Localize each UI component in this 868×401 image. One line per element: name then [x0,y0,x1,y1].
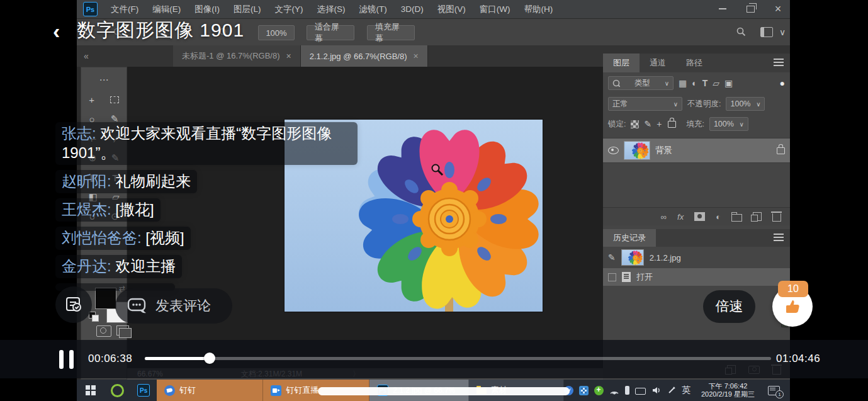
history-entry-file[interactable]: ✎ 2.1.2.jpg [603,247,790,268]
home-indicator[interactable] [318,387,570,395]
window-close-icon[interactable]: × [770,3,786,15]
notification-badge: 1 [775,390,784,398]
tab-channels[interactable]: 通道 [640,54,676,72]
lock-pixels-icon[interactable]: ✎ [644,119,651,129]
layer-filter-select[interactable]: 类型 ∨ [608,76,674,90]
screen-mode-icon[interactable] [116,325,129,336]
layer-style-icon[interactable]: fx [677,212,684,222]
menu-select[interactable]: 选择(S) [310,0,352,19]
history-entry-open[interactable]: 打开 [603,268,790,286]
panel-menu-icon[interactable] [774,59,784,60]
chat-text: 欢迎主播 [115,257,176,274]
display-device-icon[interactable] [635,388,646,395]
menu-layer[interactable]: 图层(L) [227,0,268,19]
menu-image[interactable]: 图像(I) [188,0,227,19]
comment-bubble-icon [127,296,148,316]
search-icon[interactable] [736,27,746,37]
menu-edit[interactable]: 编辑(E) [145,0,188,19]
link-layers-icon[interactable]: ∞ [661,212,667,222]
add-mask-icon[interactable] [694,212,705,221]
history-brush-source-icon[interactable]: ✎ [608,252,616,263]
fit-screen-button[interactable]: 适合屏幕 [307,25,354,40]
notification-center-icon[interactable]: 1 [768,386,780,395]
network-icon[interactable] [609,386,619,395]
filter-adjustment-icon[interactable]: ◐ [692,78,697,88]
checkin-button[interactable] [55,286,92,323]
tab-paths[interactable]: 路径 [676,54,713,72]
clock-time: 下午 7:06:42 [701,382,755,390]
filter-type-icon[interactable]: T [702,78,708,88]
lock-all-icon[interactable] [668,121,676,128]
menu-view[interactable]: 视图(V) [431,0,473,19]
photoshop-logo-icon: Ps [83,2,98,16]
live-title: 数字图形图像 1901 [77,18,244,43]
menu-3d[interactable]: 3D(D) [394,0,431,19]
zoom-100-button[interactable]: 100% [258,25,295,40]
ellipsis-icon[interactable]: ⋯ [99,74,109,86]
chat-username: 赵昕阳: [62,172,111,189]
layer-visibility-icon[interactable] [608,147,619,154]
tab-history[interactable]: 历史记录 [603,229,656,247]
window-minimize-icon[interactable] [714,3,731,15]
ps-menubar: Ps 文件(F) 编辑(E) 图像(I) 图层(L) 文字(Y) 选择(S) 滤… [77,0,790,19]
taskbar-dingtalk[interactable]: 钉钉 [157,380,263,401]
filter-shape-icon[interactable]: ▱ [713,78,719,88]
document-tab-untitled[interactable]: 未标题-1 @ 16.7%(RGB/8) × [173,45,301,67]
menu-type[interactable]: 文字(Y) [268,0,310,19]
history-menu-icon[interactable] [774,234,784,235]
lock-position-icon[interactable]: + [657,119,662,129]
total-time: 01:04:46 [776,353,820,365]
layer-row-background[interactable]: 背景 [603,138,790,163]
workspace-chevron-icon[interactable]: ∨ [779,27,786,37]
history-checkbox[interactable] [608,273,616,281]
menu-window[interactable]: 窗口(W) [473,0,517,19]
move-tool-icon[interactable]: + [89,94,94,105]
tab-close-icon[interactable]: × [286,51,291,61]
start-button-icon[interactable] [86,385,96,395]
collapse-panel-icon[interactable]: « [77,45,96,67]
pen-device-icon[interactable] [667,386,676,395]
marquee-tool-icon[interactable] [110,96,119,103]
chat-overlay: 张志: 欢迎大家来观看直播“数字图形图像 1901”。 赵昕阳: 礼物刷起来 王… [55,122,358,291]
security-tray-icon[interactable] [594,386,604,395]
photoshop-taskbar-icon[interactable]: Ps [134,380,153,401]
ime-indicator[interactable]: 英 [682,385,690,395]
lock-transparent-icon[interactable] [631,120,639,128]
layer-filter-row: 类型 ∨ ▦ ◐ T ▱ ▣ ● [603,72,790,94]
fill-screen-button[interactable]: 填充屏幕 [367,25,415,40]
usb-icon[interactable] [625,386,629,395]
blend-mode-select[interactable]: 正常 ∨ [608,97,682,111]
tab-layers[interactable]: 图层 [603,54,640,72]
foreground-color-swatch[interactable] [95,288,116,309]
window-restore-icon[interactable] [742,3,758,15]
back-button[interactable]: ‹ [53,20,60,42]
browser-360-icon[interactable] [108,380,127,401]
delete-layer-icon[interactable] [772,213,781,222]
menu-filter[interactable]: 滤镜(T) [352,0,394,19]
new-layer-icon[interactable] [753,212,762,221]
workspace-icon[interactable] [760,27,773,37]
filter-pixel-icon[interactable]: ▦ [679,78,687,88]
progress-track[interactable] [145,357,771,360]
tab-close-icon[interactable]: × [414,51,419,61]
new-group-icon[interactable] [731,214,742,222]
menu-help[interactable]: 帮助(H) [517,0,560,19]
menu-file[interactable]: 文件(F) [104,0,145,19]
comment-button[interactable]: 发表评论 [115,288,232,324]
lock-row: 锁定: ✎ + 填充: 100% ∨ [603,114,790,134]
taskbar-clock[interactable]: 下午 7:06:42 2020/2/19 星期三 [696,382,760,398]
chat-message: 张志: 欢迎大家来观看直播“数字图形图像 1901”。 [55,122,358,165]
adjustment-layer-icon[interactable]: ◐ [716,212,721,222]
system-tray: 英 下午 7:06:42 2020/2/19 星期三 1 [564,382,790,398]
filter-toggle-icon[interactable]: ● [780,78,785,88]
app-tray-icon[interactable] [579,386,589,395]
filter-smartobject-icon[interactable]: ▣ [724,78,733,88]
quick-mask-icon[interactable] [96,325,111,337]
progress-knob[interactable] [204,353,215,364]
playback-speed-button[interactable]: 倍速 [703,290,755,323]
opacity-select[interactable]: 100% ∨ [726,97,765,111]
fill-select[interactable]: 100% ∨ [709,117,748,131]
volume-icon[interactable] [651,386,662,395]
chat-message: 刘恺怡爸爸: [视频] [55,227,191,250]
document-tab-212jpg[interactable]: 2.1.2.jpg @ 66.7%(RGB/8) × [301,45,428,67]
